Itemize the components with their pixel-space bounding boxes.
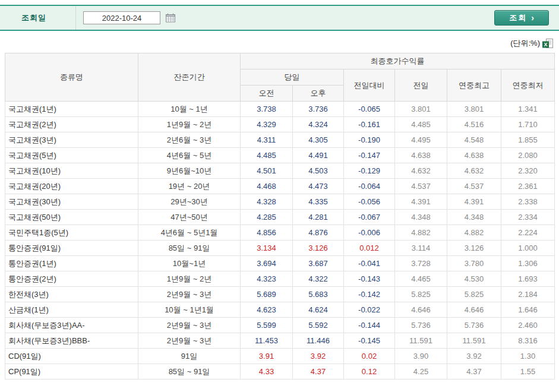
remaining-period: 2년6월 ~ 3년 <box>138 132 241 148</box>
bond-name: 회사채(무보증3년)AA- <box>5 318 138 333</box>
year-low: 2.460 <box>501 318 555 333</box>
bond-name: 국고채권(1년) <box>5 102 138 117</box>
year-low: 1.710 <box>501 117 555 132</box>
yield-pm: 4.324 <box>293 117 344 132</box>
bond-name: 한전채(3년) <box>5 287 138 302</box>
year-low: 2.334 <box>501 210 555 225</box>
change-vs-prev: -0.067 <box>344 210 395 225</box>
bond-name: 국고채권(50년) <box>5 210 138 225</box>
year-low: 1.693 <box>501 271 555 287</box>
bond-name: 통안증권(2년) <box>5 271 138 287</box>
year-low: 2.184 <box>501 287 555 302</box>
remaining-period: 2년9월 ~ 3년 <box>138 333 241 349</box>
remaining-period: 4년6월 ~ 5년1월 <box>138 225 241 241</box>
table-row: 국고채권(3년)2년6월 ~ 3년4.3114.305-0.1904.4954.… <box>5 132 555 148</box>
year-low: 1.55 <box>501 364 555 380</box>
search-button[interactable]: 조회 › <box>494 10 549 26</box>
year-high: 3.126 <box>447 241 501 256</box>
bond-name: 회사채(무보증3년)BBB- <box>5 333 138 349</box>
year-high: 4.391 <box>447 194 501 210</box>
header-afternoon: 오후 <box>293 86 344 102</box>
table-row: CP(91일)85일 ~ 91일4.334.370.124.254.371.55 <box>5 364 555 380</box>
year-low: 2.224 <box>501 225 555 241</box>
year-high: 3.780 <box>447 256 501 271</box>
yield-prev-day: 3.728 <box>395 256 447 271</box>
yield-pm: 4.37 <box>293 364 344 380</box>
year-low: 2.338 <box>501 194 555 210</box>
calendar-icon[interactable] <box>165 12 176 23</box>
bond-name: 국고채권(2년) <box>5 117 138 132</box>
table-row: CD(91일)91일3.913.920.023.903.921.30 <box>5 349 555 364</box>
yield-prev-day: 4.537 <box>395 179 447 194</box>
yield-prev-day: 4.638 <box>395 148 447 163</box>
yield-pm: 3.687 <box>293 256 344 271</box>
header-morning: 오전 <box>241 86 293 102</box>
yield-am: 4.33 <box>241 364 293 380</box>
yield-am: 3.738 <box>241 102 293 117</box>
change-vs-prev: -0.064 <box>344 179 395 194</box>
remaining-period: 19년 ~ 20년 <box>138 179 241 194</box>
yield-prev-day: 4.485 <box>395 117 447 132</box>
remaining-period: 29년~30년 <box>138 194 241 210</box>
change-vs-prev: -0.129 <box>344 163 395 179</box>
yield-pm: 3.126 <box>293 241 344 256</box>
year-low: 1.341 <box>501 102 555 117</box>
year-high: 4.638 <box>447 148 501 163</box>
header-period: 잔존기간 <box>138 53 241 102</box>
year-high: 4.537 <box>447 179 501 194</box>
yield-prev-day: 11.591 <box>395 333 447 349</box>
header-prev-day: 전일 <box>395 69 447 102</box>
query-date-input[interactable] <box>83 11 160 24</box>
year-high: 3.801 <box>447 102 501 117</box>
yield-prev-day: 3.114 <box>395 241 447 256</box>
divider <box>75 6 76 30</box>
change-vs-prev: -0.142 <box>344 287 395 302</box>
yield-table: 종류명 잔존기간 최종호가수익률 당일 전일대비 전일 연중최고 연중최저 오전… <box>5 53 555 380</box>
table-row: 한전채(3년)2년9월 ~ 3년5.6895.683-0.1425.8255.8… <box>5 287 555 302</box>
table-row: 회사채(무보증3년)AA-2년9월 ~ 3년5.5995.592-0.1445.… <box>5 318 555 333</box>
year-low: 1.646 <box>501 302 555 318</box>
bond-name: 국고채권(10년) <box>5 163 138 179</box>
svg-text:X: X <box>544 42 547 48</box>
search-button-label: 조회 <box>509 12 527 23</box>
query-date-label: 조회일 <box>0 12 75 23</box>
table-body: 국고채권(1년)10월 ~ 1년3.7383.736-0.0653.8013.8… <box>5 102 555 380</box>
remaining-period: 47년~50년 <box>138 210 241 225</box>
year-low: 2.320 <box>501 163 555 179</box>
yield-am: 4.311 <box>241 132 293 148</box>
calendar-icon-glyph <box>166 13 176 23</box>
header-type: 종류명 <box>5 53 138 102</box>
yield-am: 4.501 <box>241 163 293 179</box>
remaining-period: 2년9월 ~ 3년 <box>138 287 241 302</box>
table-row: 국고채권(5년)4년6월 ~ 5년4.4854.491-0.1474.6384.… <box>5 148 555 163</box>
yield-am: 4.329 <box>241 117 293 132</box>
table-row: 국고채권(20년)19년 ~ 20년4.4684.473-0.0644.5374… <box>5 179 555 194</box>
excel-icon-glyph: X <box>542 39 554 49</box>
yield-prev-day: 5.825 <box>395 287 447 302</box>
change-vs-prev: -0.041 <box>344 256 395 271</box>
table-row: 국고채권(50년)47년~50년4.2854.281-0.0674.3484.3… <box>5 210 555 225</box>
year-high: 4.548 <box>447 132 501 148</box>
yield-pm: 4.473 <box>293 179 344 194</box>
year-low: 1.855 <box>501 132 555 148</box>
excel-download-icon[interactable]: X <box>542 39 554 49</box>
yield-prev-day: 5.736 <box>395 318 447 333</box>
change-vs-prev: 0.02 <box>344 349 395 364</box>
yield-pm: 4.335 <box>293 194 344 210</box>
yield-pm: 3.736 <box>293 102 344 117</box>
yield-prev-day: 4.348 <box>395 210 447 225</box>
remaining-period: 85일 ~ 91일 <box>138 241 241 256</box>
bond-name: 국고채권(30년) <box>5 194 138 210</box>
yield-am: 3.134 <box>241 241 293 256</box>
change-vs-prev: -0.145 <box>344 333 395 349</box>
year-low: 1.306 <box>501 256 555 271</box>
bond-name: CP(91일) <box>5 364 138 380</box>
table-row: 통안증권(91일)85일 ~ 91일3.1343.1260.0123.1143.… <box>5 241 555 256</box>
table-row: 국고채권(10년)9년6월~10년4.5014.503-0.1294.6324.… <box>5 163 555 179</box>
yield-pm: 4.305 <box>293 132 344 148</box>
query-bar: 조회일 조회 › <box>0 5 559 31</box>
table-row: 국고채권(2년)1년9월 ~ 2년4.3294.324-0.1614.4854.… <box>5 117 555 132</box>
yield-am: 3.91 <box>241 349 293 364</box>
year-low: 1.000 <box>501 241 555 256</box>
remaining-period: 2년9월 ~ 3년 <box>138 318 241 333</box>
